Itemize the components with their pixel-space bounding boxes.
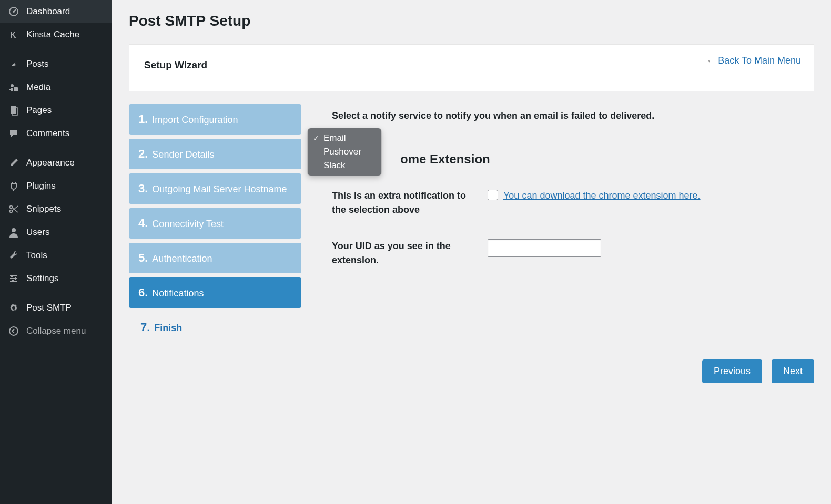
wizard-body: 1.Import Configuration 2.Sender Details … — [129, 104, 814, 347]
svg-rect-10 — [11, 275, 13, 277]
sidebar-item-label: Snippets — [26, 203, 105, 215]
svg-rect-5 — [11, 106, 16, 114]
next-button[interactable]: Next — [772, 359, 814, 383]
notify-instruction: Select a notify service to notify you wh… — [332, 110, 814, 121]
wizard-footer: Previous Next — [129, 359, 814, 383]
download-extension-link[interactable]: You can download the chrome extensiom he… — [503, 189, 701, 203]
sidebar-item-label: Comments — [26, 128, 105, 139]
pages-icon — [7, 104, 20, 117]
wizard-step-mail-server[interactable]: 3.Outgoing Mail Server Hostname — [129, 173, 301, 204]
dropdown-option-slack[interactable]: Slack — [308, 159, 381, 172]
sliders-icon — [7, 272, 20, 285]
pin-icon — [7, 58, 20, 70]
wizard-steps: 1.Import Configuration 2.Sender Details … — [129, 104, 301, 347]
svg-point-13 — [12, 306, 15, 310]
sidebar-item-dashboard[interactable]: Dashboard — [0, 0, 112, 23]
extra-notification-checkbox[interactable] — [488, 190, 498, 200]
svg-rect-12 — [12, 280, 14, 282]
sidebar-item-plugins[interactable]: Plugins — [0, 174, 112, 198]
sidebar-item-post-smtp[interactable]: Post SMTP — [0, 296, 112, 320]
page-title: Post SMTP Setup — [129, 13, 814, 29]
extra-notification-row: This is an extra notification to the sel… — [332, 189, 814, 217]
sidebar-item-label: Settings — [26, 273, 105, 284]
wizard-step-notifications[interactable]: 6.Notifications — [129, 277, 301, 308]
sidebar-collapse[interactable]: Collapse menu — [0, 320, 112, 343]
svg-rect-11 — [15, 277, 16, 280]
sidebar-item-label: Kinsta Cache — [26, 29, 105, 40]
uid-label: Your UID as you see in the extension. — [332, 239, 488, 268]
brush-icon — [7, 157, 20, 169]
sidebar-item-appearance[interactable]: Appearance — [0, 151, 112, 174]
previous-button[interactable]: Previous — [702, 359, 762, 383]
check-icon: ✓ — [313, 134, 321, 142]
sidebar-item-label: Post SMTP — [26, 302, 105, 314]
svg-point-3 — [11, 84, 14, 87]
extra-notification-label: This is an extra notification to the sel… — [332, 189, 488, 217]
kinsta-icon: K — [7, 28, 20, 41]
collapse-icon — [7, 325, 20, 337]
sidebar-item-settings[interactable]: Settings — [0, 267, 112, 290]
sidebar-item-tools[interactable]: Tools — [0, 244, 112, 267]
back-to-main-link[interactable]: ← Back To Main Menu — [706, 55, 801, 66]
dropdown-option-pushover[interactable]: Pushover — [308, 145, 381, 159]
sidebar-item-label: Appearance — [26, 157, 105, 169]
svg-point-9 — [12, 228, 16, 232]
chrome-extension-heading: ome Extension — [332, 152, 814, 167]
admin-sidebar: Dashboard K Kinsta Cache Posts Media Pag… — [0, 0, 112, 504]
sidebar-item-posts[interactable]: Posts — [0, 53, 112, 76]
arrow-left-icon: ← — [706, 56, 715, 66]
wizard-step-connectivity[interactable]: 4.Connectivity Test — [129, 208, 301, 239]
gear-icon — [7, 302, 20, 314]
sidebar-item-label: Media — [26, 81, 105, 93]
wizard-step-finish[interactable]: 7.Finish — [129, 312, 301, 343]
sidebar-item-label: Pages — [26, 105, 105, 116]
sidebar-item-label: Tools — [26, 250, 105, 261]
wizard-step-sender-details[interactable]: 2.Sender Details — [129, 139, 301, 169]
sidebar-item-media[interactable]: Media — [0, 76, 112, 99]
back-link-label: Back To Main Menu — [718, 55, 801, 66]
svg-text:K: K — [10, 30, 16, 39]
media-icon — [7, 81, 20, 94]
main-content: Post SMTP Setup ← Back To Main Menu Setu… — [112, 0, 831, 504]
dashboard-icon — [7, 5, 20, 18]
sidebar-item-kinsta-cache[interactable]: K Kinsta Cache — [0, 23, 112, 46]
plug-icon — [7, 180, 20, 192]
svg-point-14 — [9, 327, 18, 335]
uid-row: Your UID as you see in the extension. — [332, 239, 814, 268]
sidebar-item-label: Users — [26, 227, 105, 238]
scissors-icon — [7, 203, 20, 215]
sidebar-item-label: Plugins — [26, 180, 105, 192]
wizard-step-authentication[interactable]: 5.Authentication — [129, 243, 301, 273]
wizard-step-content: Select a notify service to notify you wh… — [301, 104, 814, 347]
user-icon — [7, 226, 20, 239]
wizard-title: Setup Wizard — [144, 59, 799, 71]
wizard-header-card: ← Back To Main Menu Setup Wizard — [129, 44, 814, 91]
uid-input[interactable] — [488, 239, 601, 257]
sidebar-collapse-label: Collapse menu — [26, 325, 105, 337]
comment-icon — [7, 127, 20, 140]
sidebar-item-comments[interactable]: Comments — [0, 122, 112, 145]
sidebar-item-label: Dashboard — [26, 6, 105, 17]
sidebar-item-snippets[interactable]: Snippets — [0, 198, 112, 221]
wizard-step-import-config[interactable]: 1.Import Configuration — [129, 104, 301, 135]
sidebar-item-pages[interactable]: Pages — [0, 99, 112, 122]
wrench-icon — [7, 249, 20, 262]
sidebar-item-label: Posts — [26, 58, 105, 70]
sidebar-item-users[interactable]: Users — [0, 221, 112, 244]
notify-service-dropdown[interactable]: ✓Email Pushover Slack — [308, 128, 381, 176]
svg-rect-4 — [14, 87, 18, 91]
dropdown-option-email[interactable]: ✓Email — [308, 131, 381, 145]
svg-point-1 — [13, 11, 15, 13]
